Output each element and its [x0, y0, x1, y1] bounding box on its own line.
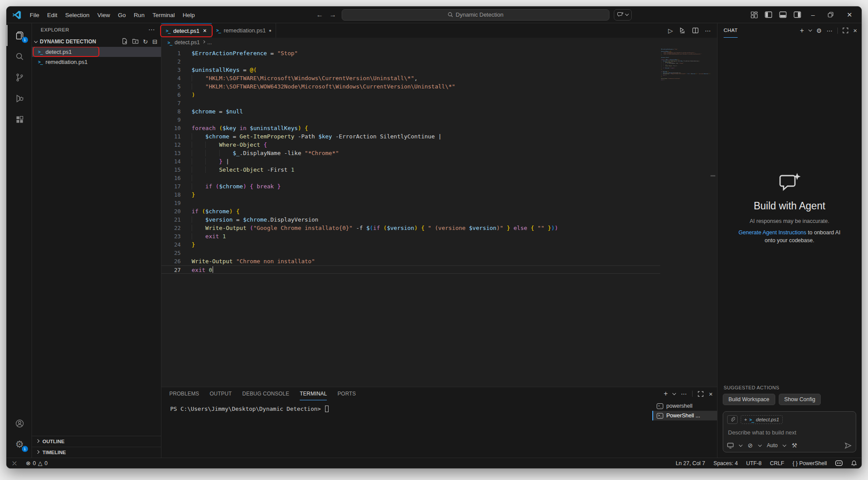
chevron-down-icon[interactable] [739, 443, 742, 446]
status-crlf[interactable]: CRLF [770, 460, 784, 466]
folder-section-header[interactable]: DYNAMIC DETECTION ↻ ⊟ [32, 36, 161, 47]
warnings-icon[interactable]: △ [38, 460, 42, 466]
panel-tab-problems[interactable]: PROBLEMS [169, 387, 199, 400]
status-lang[interactable]: { } PowerShell [792, 460, 827, 466]
screen-mode-icon[interactable] [727, 443, 734, 448]
model-mode-icon[interactable]: ⊘ [748, 442, 753, 449]
status-spaces[interactable]: Spaces: 4 [714, 460, 738, 466]
tab-detect.ps1[interactable]: >_detect.ps1× [161, 23, 212, 38]
code-line-14[interactable]: 14 } | [161, 157, 717, 166]
code-line-12[interactable]: 12 Where-Object { [161, 141, 717, 149]
panel-tab-debug-console[interactable]: DEBUG CONSOLE [242, 387, 289, 400]
command-center-search[interactable]: Dynamic Detection [342, 9, 609, 21]
tab-remedtiation.ps1[interactable]: >_remedtiation.ps1● [212, 23, 276, 38]
send-button[interactable] [844, 442, 852, 449]
toggle-sidebar-icon[interactable] [762, 10, 775, 20]
code-line-1[interactable]: 1$ErrorActionPreference = "Stop" [161, 49, 717, 57]
code-line-25[interactable]: 25 [161, 249, 717, 257]
explorer-more-icon[interactable]: ⋯ [148, 26, 155, 34]
split-editor-icon[interactable] [692, 27, 699, 34]
maximize-panel-icon[interactable] [698, 391, 704, 397]
errors-icon[interactable]: ⊗ [26, 460, 31, 466]
menu-terminal[interactable]: Terminal [148, 10, 178, 20]
code-line-21[interactable]: 21 $version = $chrome.DisplayVersion [161, 215, 717, 224]
panel-tab-output[interactable]: OUTPUT [210, 387, 232, 400]
chat-settings-icon[interactable]: ⚙ [816, 27, 822, 34]
generate-agent-instructions-link[interactable]: Generate Agent Instructions [738, 229, 806, 236]
chevron-down-icon[interactable] [808, 28, 812, 32]
file-item-remedtiation.ps1[interactable]: >_remedtiation.ps1 [32, 57, 161, 67]
status-utf-8[interactable]: UTF-8 [746, 460, 761, 466]
menu-edit[interactable]: Edit [43, 10, 61, 20]
more-actions-icon[interactable]: ⋯ [705, 27, 711, 34]
collapse-folders-icon[interactable]: ⊟ [152, 38, 158, 45]
chat-more-icon[interactable]: ⋯ [826, 27, 833, 34]
code-line-15[interactable]: 15 Select-Object -First 1 [161, 166, 717, 174]
breadcrumb[interactable]: >_ detect.ps1 ... [161, 38, 717, 47]
warnings-count[interactable]: 0 [45, 460, 48, 466]
panel-tab-ports[interactable]: PORTS [337, 387, 356, 400]
run-or-debug-icon[interactable] [679, 27, 686, 34]
code-line-23[interactable]: 23 exit 1 [161, 232, 717, 240]
code-line-16[interactable]: 16 [161, 174, 717, 182]
errors-count[interactable]: 0 [33, 460, 36, 466]
close-tab-icon[interactable]: × [203, 27, 207, 34]
maximize-chat-icon[interactable] [843, 28, 848, 33]
modified-dot-icon[interactable]: ● [269, 28, 271, 33]
code-line-5[interactable]: 5 "HKLM:\SOFTWARE\WOW6432Node\Microsoft\… [161, 82, 717, 91]
code-line-17[interactable]: 17 if ($chrome) { break } [161, 182, 717, 191]
close-button[interactable]: ✕ [841, 9, 858, 21]
source-control-icon[interactable] [7, 67, 32, 88]
terminal-instance-PowerShell ...[interactable]: >_PowerShell ... [652, 411, 717, 420]
close-chat-icon[interactable]: × [853, 27, 857, 34]
timeline-section[interactable]: TIMELINE [32, 447, 161, 458]
terminal[interactable]: PS C:\Users\Jimmy\Desktop\Dynamic Detect… [161, 400, 652, 458]
settings-gear-icon[interactable]: ⚙ 1 [7, 434, 32, 455]
code-line-9[interactable]: 9 [161, 116, 717, 124]
copilot-menu-button[interactable] [614, 9, 632, 21]
new-file-icon[interactable] [122, 38, 128, 44]
menu-go[interactable]: Go [114, 10, 130, 20]
search-view-icon[interactable] [7, 46, 32, 67]
chevron-down-icon[interactable] [758, 443, 761, 446]
restore-button[interactable] [822, 10, 839, 19]
customize-layout-icon[interactable] [748, 10, 760, 20]
chat-input-placeholder[interactable]: Describe what to build next [728, 429, 851, 436]
model-picker[interactable]: Auto [767, 442, 778, 448]
code-line-26[interactable]: 26Write-Output "Chrome non installato" [161, 257, 717, 265]
menu-view[interactable]: View [94, 10, 114, 20]
explorer-view-icon[interactable]: 1 [7, 25, 32, 46]
new-terminal-icon[interactable]: + [664, 390, 668, 398]
remote-indicator[interactable]: ⤫ [7, 458, 21, 469]
forward-icon[interactable]: → [329, 11, 337, 19]
close-panel-icon[interactable]: × [709, 390, 713, 398]
minimize-button[interactable]: – [805, 9, 820, 20]
run-file-icon[interactable]: ▷ [668, 27, 673, 34]
account-icon[interactable] [7, 413, 32, 434]
minimap[interactable]: $ErrorActionPreference = "Stop"$uninstal… [661, 49, 710, 81]
run-debug-icon[interactable] [7, 88, 32, 109]
chevron-down-icon[interactable] [672, 391, 676, 395]
toggle-panel-icon[interactable] [777, 10, 789, 20]
code-line-24[interactable]: 24} [161, 240, 717, 249]
new-chat-icon[interactable]: + [800, 27, 804, 35]
chat-input-box[interactable]: + >_ detect.ps1 Describe what to build n… [723, 411, 856, 452]
file-item-detect.ps1[interactable]: >_detect.ps1 [32, 47, 161, 57]
code-line-3[interactable]: 3$uninstallKeys = @( [161, 66, 717, 74]
code-line-22[interactable]: 22 Write-Output ("Google Chrome installa… [161, 224, 717, 232]
tab-chat[interactable]: CHAT [724, 23, 738, 38]
code-line-10[interactable]: 10foreach ($key in $uninstallKeys) { [161, 124, 717, 132]
show-config-button[interactable]: Show Config [779, 394, 821, 405]
code-line-11[interactable]: 11 $chrome = Get-ItemProperty -Path $key… [161, 132, 717, 141]
configure-tools-icon[interactable]: ⚒ [791, 442, 797, 449]
breadcrumb-more[interactable]: ... [207, 39, 212, 46]
refresh-icon[interactable]: ↻ [143, 38, 148, 45]
notifications-bell-icon[interactable] [851, 460, 857, 466]
code-line-27[interactable]: 27exit 0 [161, 265, 660, 274]
copilot-status-icon[interactable] [835, 460, 843, 466]
code-line-19[interactable]: 19 [161, 199, 717, 207]
attach-context-button[interactable] [727, 415, 738, 424]
menu-run[interactable]: Run [130, 10, 149, 20]
breadcrumb-file[interactable]: detect.ps1 [175, 39, 200, 46]
panel-tab-terminal[interactable]: TERMINAL [300, 387, 327, 400]
